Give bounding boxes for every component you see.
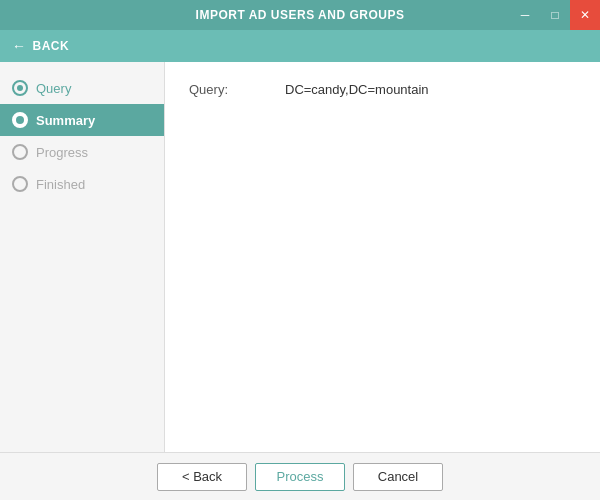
close-button[interactable]: ✕: [570, 0, 600, 30]
step-circle-progress: [12, 144, 28, 160]
window-controls: ─ □ ✕: [510, 0, 600, 30]
query-row: Query: DC=candy,DC=mountain: [189, 82, 576, 97]
wizard-step-query[interactable]: Query: [0, 72, 164, 104]
wizard-step-finished: Finished: [0, 168, 164, 200]
step-circle-query: [12, 80, 28, 96]
wizard-step-summary[interactable]: Summary: [0, 104, 164, 136]
query-label: Query:: [189, 82, 269, 97]
cancel-button[interactable]: Cancel: [353, 463, 443, 491]
back-button[interactable]: < Back: [157, 463, 247, 491]
step-label-finished: Finished: [36, 177, 85, 192]
step-circle-summary: [12, 112, 28, 128]
minimize-button[interactable]: ─: [510, 0, 540, 30]
step-label-query: Query: [36, 81, 71, 96]
wizard-step-progress: Progress: [0, 136, 164, 168]
process-button[interactable]: Process: [255, 463, 345, 491]
back-arrow-icon: ←: [12, 38, 27, 54]
maximize-button[interactable]: □: [540, 0, 570, 30]
step-label-summary: Summary: [36, 113, 95, 128]
wizard-sidebar: Query Summary Progress Finished: [0, 62, 165, 452]
title-bar: IMPORT AD USERS AND GROUPS ─ □ ✕: [0, 0, 600, 30]
content-panel: Query: DC=candy,DC=mountain: [165, 62, 600, 452]
step-label-progress: Progress: [36, 145, 88, 160]
window-title: IMPORT AD USERS AND GROUPS: [196, 8, 405, 22]
sub-header: ← BACK: [0, 30, 600, 62]
query-value: DC=candy,DC=mountain: [285, 82, 429, 97]
back-nav-label: BACK: [33, 39, 70, 53]
main-content: Query Summary Progress Finished Query: D…: [0, 62, 600, 452]
step-dot-summary: [16, 116, 24, 124]
step-circle-finished: [12, 176, 28, 192]
step-dot-query: [17, 85, 23, 91]
footer: < Back Process Cancel: [0, 452, 600, 500]
back-nav-button[interactable]: ← BACK: [12, 38, 69, 54]
